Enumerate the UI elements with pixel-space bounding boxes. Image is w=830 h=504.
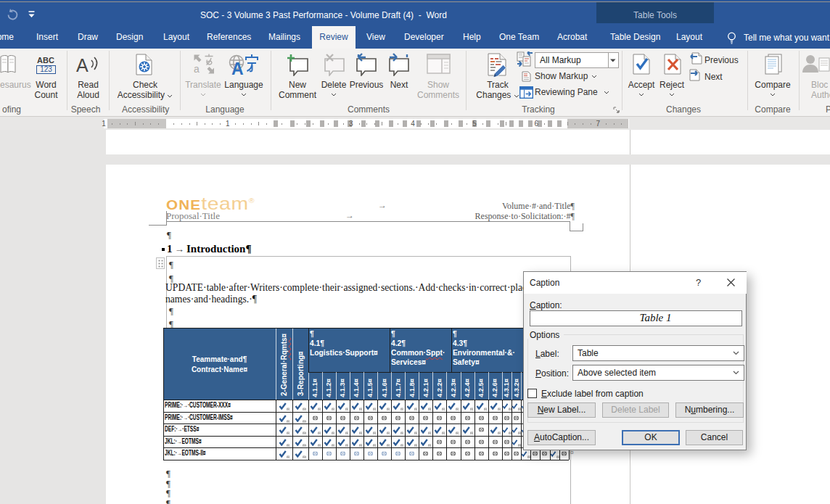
- svg-text:A: A: [231, 59, 244, 75]
- svg-text:A: A: [76, 55, 89, 75]
- svg-text:a: a: [194, 63, 200, 74]
